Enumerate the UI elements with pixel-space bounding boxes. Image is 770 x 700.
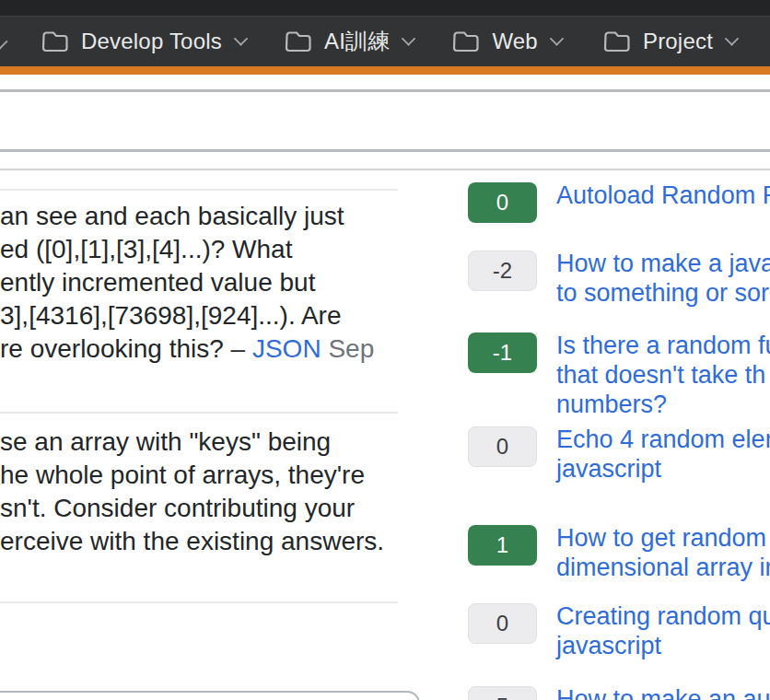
folder-icon — [41, 29, 69, 53]
question-link[interactable]: Creating random qu javascript — [556, 601, 770, 660]
tab-strip — [0, 0, 770, 17]
comment-text-line: ed ([0],[1],[3],[4]...)? What — [0, 233, 374, 266]
comment-date: Sep — [321, 334, 375, 363]
comment-text-line: se an array with "keys" being — [0, 426, 384, 459]
comment-separator — [0, 601, 398, 603]
bookmark-folder-ai-training[interactable]: AI訓練 — [285, 27, 414, 56]
related-question[interactable]: 0 Autoload Random P — [468, 181, 770, 223]
question-score-badge: 1 — [468, 525, 537, 566]
question-link[interactable]: How to get random dimensional array ir — [556, 523, 770, 582]
content-divider — [0, 169, 770, 170]
comment: an see and each basically just ed ([0],[… — [0, 200, 374, 366]
comment-text-line: he whole point of arrays, they're — [0, 459, 384, 492]
question-score-badge: -2 — [468, 251, 537, 291]
folder-icon — [452, 29, 480, 53]
comment-text-line: sn't. Consider contributing your — [0, 492, 384, 525]
comment-text-line: 3],[4316],[73698],[924]...). Are — [0, 299, 374, 332]
bookmarks-bar: Develop Tools AI訓練 Web Project — [0, 17, 770, 66]
question-link[interactable]: How to make an au — [556, 684, 770, 700]
related-question[interactable]: 5 How to make an au — [468, 684, 770, 700]
comment: se an array with "keys" being he whole p… — [0, 426, 384, 558]
folder-icon — [603, 29, 631, 53]
folder-icon — [285, 29, 312, 53]
bookmark-folder-label: Web — [492, 29, 538, 54]
comment-text: re overlooking this? – — [0, 334, 252, 363]
comment-author-link[interactable]: JSON — [252, 334, 321, 363]
question-link[interactable]: Echo 4 random eler javascript — [556, 425, 770, 484]
related-question[interactable]: -2 How to make a java to something or so… — [468, 249, 770, 308]
related-question[interactable]: 1 How to get random dimensional array ir — [468, 523, 770, 582]
bookmark-folder-label: Develop Tools — [81, 29, 222, 54]
related-question[interactable]: -1 Is there a random fu that doesn't tak… — [468, 331, 770, 419]
comment-text-line: erceive with the existing answers. — [0, 525, 384, 558]
chevron-down-icon — [550, 31, 565, 46]
comment-text-line: ently incremented value but — [0, 266, 374, 299]
theme-accent-bar — [0, 66, 770, 75]
chevron-down-icon — [725, 31, 740, 46]
add-comment-input[interactable] — [0, 691, 420, 700]
related-question[interactable]: 0 Echo 4 random eler javascript — [468, 425, 770, 484]
question-score-badge: 5 — [468, 686, 537, 700]
browser-window: Develop Tools AI訓練 Web Project — [0, 0, 770, 700]
question-score-badge: 0 — [468, 426, 537, 467]
related-question[interactable]: 0 Creating random qu javascript — [468, 601, 770, 660]
bookmark-folder-web[interactable]: Web — [452, 29, 562, 54]
question-link[interactable]: Is there a random fu that doesn't take t… — [556, 331, 770, 419]
chevron-down-icon — [0, 36, 6, 52]
chevron-down-icon — [402, 31, 416, 46]
bookmark-folder-label: AI訓練 — [324, 27, 390, 56]
chevron-down-icon — [234, 31, 249, 46]
comment-text-line: re overlooking this? – JSON Sep — [0, 332, 374, 366]
question-score-badge: -1 — [468, 332, 537, 373]
question-link[interactable]: How to make a java to something or sor — [556, 249, 770, 308]
comment-text-line: an see and each basically just — [0, 200, 374, 233]
comment-separator — [0, 189, 398, 191]
bookmark-folder-project[interactable]: Project — [603, 29, 737, 54]
question-score-badge: 0 — [468, 182, 537, 223]
question-link[interactable]: Autoload Random P — [556, 181, 770, 210]
bookmark-folder-develop-tools[interactable]: Develop Tools — [41, 29, 246, 54]
question-score-badge: 0 — [468, 603, 537, 644]
header-divider — [0, 89, 770, 92]
section-divider — [0, 149, 770, 152]
comment-separator — [0, 412, 398, 414]
bookmark-folder-label: Project — [643, 29, 713, 54]
